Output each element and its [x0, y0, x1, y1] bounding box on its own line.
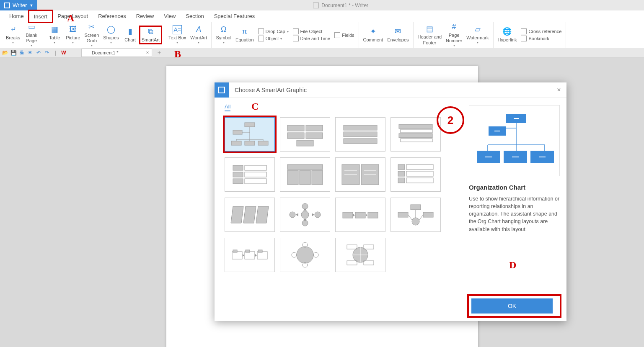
smartart-tile[interactable] — [335, 157, 385, 192]
smartart-tile[interactable] — [280, 157, 330, 192]
svg-rect-62 — [411, 205, 421, 210]
smartart-tile[interactable] — [280, 198, 330, 232]
smartart-tile[interactable] — [335, 198, 385, 232]
picture-button[interactable]: 🖼 Picture▾ — [64, 24, 82, 46]
svg-rect-30 — [287, 170, 298, 185]
svg-rect-42 — [406, 171, 433, 176]
svg-marker-55 — [296, 213, 298, 216]
smartart-tile[interactable] — [391, 117, 441, 152]
comment-icon: ✦ — [368, 27, 378, 36]
wps-logo-icon[interactable]: W — [60, 49, 67, 56]
print-preview-icon[interactable]: 👁 — [27, 49, 34, 56]
blank-page-button[interactable]: ▭ Blank Page▾ — [23, 22, 40, 49]
svg-rect-31 — [300, 170, 310, 185]
watermark-icon: ▱ — [473, 25, 482, 34]
document-tab[interactable]: Document1 * × — [81, 49, 152, 57]
app-menu-button[interactable]: Writer ▼ — [0, 0, 37, 10]
svg-point-77 — [297, 247, 313, 263]
redo-icon[interactable]: ↷ — [44, 49, 50, 56]
save-icon[interactable]: 💾 — [10, 49, 17, 56]
smartart-tile[interactable] — [335, 117, 385, 152]
page-number-icon: # — [450, 23, 459, 32]
tab-section[interactable]: Section — [181, 10, 209, 22]
svg-marker-60 — [353, 214, 355, 216]
svg-rect-8 — [231, 141, 241, 145]
svg-marker-47 — [256, 206, 269, 223]
svg-rect-72 — [246, 250, 250, 252]
dialog-logo-icon — [215, 82, 229, 98]
envelopes-button[interactable]: ✉ Envelopes — [385, 26, 410, 44]
breaks-button[interactable]: ⤶ Breaks▾ — [4, 24, 22, 46]
ok-button[interactable]: OK — [471, 298, 553, 314]
svg-rect-63 — [398, 212, 408, 217]
svg-rect-70 — [233, 250, 237, 252]
tab-page-layout[interactable]: Page Layout — [52, 10, 93, 22]
smartart-tile[interactable] — [391, 198, 441, 232]
smartart-tile[interactable] — [280, 117, 330, 152]
fields-button[interactable]: Fields — [333, 32, 356, 39]
svg-point-52 — [301, 211, 309, 218]
open-icon[interactable]: 📂 — [2, 49, 8, 56]
smartart-tile[interactable] — [225, 157, 275, 192]
smartart-tile-org-chart[interactable] — [225, 117, 275, 152]
close-tab-icon[interactable]: × — [146, 50, 149, 56]
page-number-button[interactable]: # Page Number▾ — [444, 22, 464, 49]
header-footer-button[interactable]: ▤ Header and Footer — [416, 23, 444, 46]
print-icon[interactable]: 🖶 — [18, 49, 25, 56]
chart-icon: ▮ — [126, 27, 135, 36]
smartart-tile[interactable] — [391, 157, 441, 192]
svg-rect-41 — [398, 171, 405, 176]
shapes-button[interactable]: ◯ Shapes▾ — [101, 24, 120, 46]
tab-review[interactable]: Review — [131, 10, 159, 22]
comment-button[interactable]: ✦ Comment — [362, 26, 385, 44]
svg-rect-29 — [287, 165, 323, 170]
object-icon — [258, 36, 264, 41]
category-all[interactable]: All — [225, 103, 230, 111]
svg-marker-76 — [255, 254, 257, 257]
screen-grab-button[interactable]: ✂ Screen Grab▾ — [83, 22, 101, 49]
svg-rect-59 — [368, 212, 378, 218]
tab-insert[interactable]: Insert — [29, 10, 53, 22]
svg-rect-13 — [287, 133, 304, 139]
tab-view[interactable]: View — [159, 10, 181, 22]
wordart-button[interactable]: A WordArt▾ — [189, 24, 209, 46]
smartart-tile[interactable] — [280, 238, 330, 272]
smartart-tile[interactable] — [225, 238, 275, 272]
drop-cap-button[interactable]: Drop Cap▾ — [256, 28, 290, 35]
bookmark-icon — [521, 36, 527, 41]
equation-button[interactable]: π Equation — [234, 26, 255, 44]
smartart-preview — [469, 105, 560, 176]
text-box-icon: A≡ — [173, 25, 182, 34]
tab-special-features[interactable]: Special Features — [209, 10, 260, 22]
svg-rect-9 — [245, 141, 255, 145]
chart-button[interactable]: ▮ Chart — [122, 26, 139, 44]
drop-cap-icon — [258, 28, 264, 34]
svg-rect-16 — [344, 125, 377, 130]
tab-home[interactable]: Home — [4, 10, 29, 22]
watermark-button[interactable]: ▱ Watermark▾ — [465, 24, 490, 46]
svg-line-67 — [408, 215, 412, 220]
date-time-button[interactable]: Date and Time — [291, 35, 332, 42]
undo-icon[interactable]: ↶ — [35, 49, 42, 56]
new-tab-button[interactable]: ＋ — [156, 49, 162, 57]
symbol-button[interactable]: Ω Symbol▾ — [214, 24, 233, 46]
table-button[interactable]: ▦ Table▾ — [46, 24, 63, 46]
smartart-button[interactable]: ⧉ SmartArt — [140, 26, 161, 44]
file-object-button[interactable]: File Object — [291, 28, 332, 35]
smartart-icon: ⧉ — [146, 27, 155, 36]
hyperlink-button[interactable]: 🌐 Hyperlink — [496, 26, 519, 44]
object-button[interactable]: Object▾ — [256, 35, 290, 42]
tab-references[interactable]: References — [93, 10, 131, 22]
text-box-button[interactable]: A≡ Text Box▾ — [167, 24, 188, 46]
cross-reference-button[interactable]: Cross-reference — [519, 28, 563, 35]
bookmark-button[interactable]: Bookmark — [519, 35, 563, 42]
date-time-icon — [293, 36, 299, 41]
smartart-tile[interactable] — [225, 198, 275, 232]
svg-rect-20 — [401, 129, 432, 133]
dialog-close-button[interactable]: × — [551, 86, 566, 94]
svg-rect-58 — [355, 212, 365, 218]
svg-point-65 — [412, 218, 419, 225]
svg-rect-11 — [287, 125, 304, 131]
smartart-tile[interactable] — [335, 238, 385, 272]
smartart-description: Use to show hierarchical information or … — [469, 195, 560, 233]
